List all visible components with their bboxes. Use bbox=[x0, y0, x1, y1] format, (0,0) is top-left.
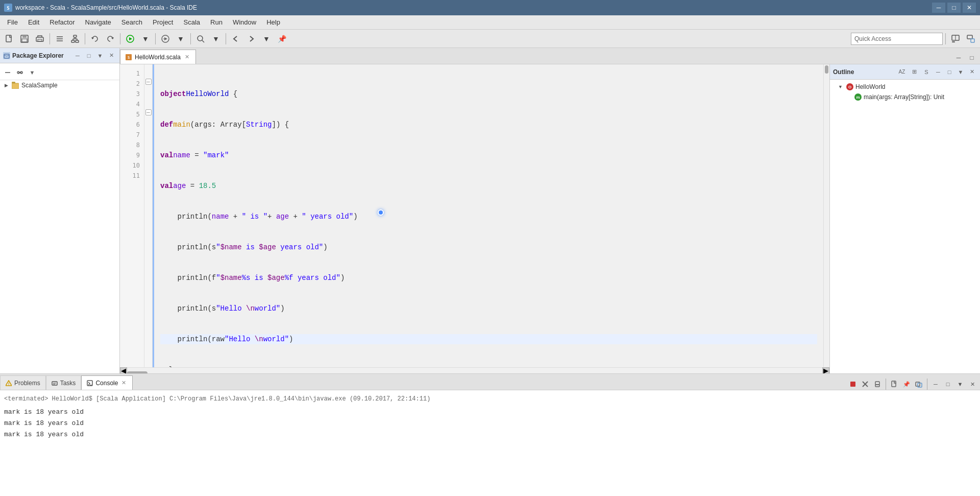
tab-console-close[interactable]: ✕ bbox=[120, 380, 127, 386]
right-panel: Outline AZ ⊞ S ─ □ ▼ ✕ ▼ bbox=[829, 64, 980, 373]
title-bar-left: S workspace - Scala - ScalaSample/src/He… bbox=[4, 4, 197, 12]
link-with-editor-btn[interactable] bbox=[14, 67, 26, 78]
code-line-5: println(name + " is "+ age + " years old… bbox=[160, 211, 817, 222]
panel-close-btn[interactable]: ✕ bbox=[106, 51, 116, 60]
outline-helloworld-label: HelloWorld bbox=[855, 83, 885, 90]
console-new-btn[interactable] bbox=[889, 379, 900, 390]
pin-button[interactable]: 📌 bbox=[275, 32, 289, 46]
nav-back-button[interactable] bbox=[229, 32, 243, 46]
separator-6 bbox=[226, 33, 226, 44]
object-icon: O bbox=[846, 83, 853, 90]
print-button[interactable] bbox=[33, 32, 47, 46]
method-icon: m bbox=[854, 93, 862, 101]
outline-item-main[interactable]: m main(args: Array[String]): Unit bbox=[830, 92, 980, 102]
separator-3 bbox=[120, 33, 120, 44]
console-menu-btn[interactable]: ▼ bbox=[954, 379, 966, 390]
line-num-5: 5 bbox=[120, 109, 144, 120]
maximize-button[interactable]: □ bbox=[947, 3, 961, 13]
console-scroll-lock-btn[interactable] bbox=[872, 379, 883, 390]
tab-list: S HelloWorld.scala ✕ bbox=[120, 50, 197, 64]
outline-main-label: main(args: Array[String]): Unit bbox=[864, 93, 944, 101]
tab-console[interactable]: Console ✕ bbox=[81, 375, 133, 390]
line-numbers: 1 2 3 4 5 6 7 8 9 10 11 bbox=[120, 64, 144, 367]
svg-rect-49 bbox=[875, 382, 879, 385]
panel-menu-btn[interactable]: ▼ bbox=[95, 51, 105, 60]
tab-close-btn[interactable]: ✕ bbox=[184, 54, 190, 60]
code-line-3: val name = "mark" bbox=[160, 150, 817, 160]
nav-forward-button[interactable] bbox=[244, 32, 258, 46]
save-button[interactable] bbox=[17, 32, 32, 46]
collapse-all-btn[interactable] bbox=[2, 67, 13, 78]
console-output-line-2: mark is 18 years old bbox=[4, 418, 976, 429]
panel-restore-btn[interactable]: □ bbox=[84, 51, 94, 60]
editor-maximize-btn[interactable]: □ bbox=[966, 52, 978, 64]
console-close-btn[interactable]: ✕ bbox=[967, 379, 978, 390]
console-maximize-btn[interactable]: □ bbox=[942, 379, 953, 390]
console-clear-btn[interactable] bbox=[860, 379, 871, 390]
new-button[interactable] bbox=[2, 32, 16, 46]
console-pin-btn[interactable]: 📌 bbox=[901, 379, 912, 390]
menu-refactor[interactable]: Refactor bbox=[44, 16, 80, 28]
outline-sort-btn[interactable]: AZ bbox=[896, 66, 908, 78]
debug-button[interactable] bbox=[158, 32, 173, 46]
quick-access-box[interactable]: Quick Access bbox=[851, 33, 943, 45]
window-title: workspace - Scala - ScalaSample/src/Hell… bbox=[15, 4, 197, 11]
left-panel: Package Explorer ─ □ ▼ ✕ ▼ ▶ bbox=[0, 48, 120, 373]
svg-rect-12 bbox=[71, 40, 75, 42]
nav-dropdown-button[interactable]: ▼ bbox=[259, 32, 274, 46]
menu-navigate[interactable]: Navigate bbox=[80, 16, 116, 28]
package-explorer-header: Package Explorer ─ □ ▼ ✕ bbox=[0, 48, 119, 63]
outline-hide-static-btn[interactable]: S bbox=[921, 66, 932, 78]
menu-run[interactable]: Run bbox=[205, 16, 228, 28]
editor-minimize-btn[interactable]: ─ bbox=[952, 52, 965, 64]
tab-tasks[interactable]: Tasks bbox=[46, 375, 82, 390]
code-line-6: println(s"$name is $age years old") bbox=[160, 242, 817, 252]
run-button[interactable] bbox=[123, 32, 137, 46]
run-dropdown-button[interactable]: ▼ bbox=[138, 32, 153, 46]
undo-button[interactable] bbox=[88, 32, 102, 46]
debug-dropdown-button[interactable]: ▼ bbox=[174, 32, 188, 46]
console-stop-btn[interactable] bbox=[847, 379, 859, 390]
bottom-tab-list: ! Problems Tasks Console ✕ bbox=[0, 375, 133, 390]
hierarchy-button[interactable] bbox=[68, 32, 82, 46]
outline-maximize-btn[interactable]: □ bbox=[944, 67, 954, 77]
open-perspective-button[interactable] bbox=[964, 32, 978, 46]
outline-item-helloworld[interactable]: ▼ O HelloWorld bbox=[830, 82, 980, 92]
editor-scrollbar-h[interactable]: ◀ ▶ bbox=[120, 367, 829, 373]
search-ref-button[interactable] bbox=[193, 32, 208, 46]
menu-help[interactable]: Help bbox=[261, 16, 285, 28]
outline-panel-controls: AZ ⊞ S ─ □ ▼ ✕ bbox=[896, 66, 977, 78]
search-dropdown-button[interactable]: ▼ bbox=[209, 32, 223, 46]
menu-edit[interactable]: Edit bbox=[23, 16, 44, 28]
outline-button[interactable] bbox=[53, 32, 67, 46]
panel-menu-btn2[interactable]: ▼ bbox=[27, 67, 38, 78]
code-line-2: def main(args: Array[String]) { bbox=[160, 120, 817, 130]
perspective-button[interactable] bbox=[948, 32, 963, 46]
redo-button[interactable] bbox=[103, 32, 117, 46]
console-view-btn[interactable] bbox=[913, 379, 924, 390]
outline-menu-btn[interactable]: ▼ bbox=[955, 67, 966, 77]
menu-file[interactable]: File bbox=[2, 16, 23, 28]
outline-close-btn[interactable]: ✕ bbox=[967, 67, 977, 77]
scala-file-icon: S bbox=[126, 54, 132, 60]
close-button[interactable]: ✕ bbox=[963, 3, 976, 13]
console-minimize-btn[interactable]: ─ bbox=[930, 379, 941, 390]
menu-project[interactable]: Project bbox=[148, 16, 178, 28]
editor-scrollbar-v[interactable] bbox=[823, 64, 829, 367]
minimize-button[interactable]: ─ bbox=[932, 3, 945, 13]
menu-window[interactable]: Window bbox=[228, 16, 261, 28]
tab-problems[interactable]: ! Problems bbox=[0, 375, 46, 390]
collapse-object-btn[interactable]: ─ bbox=[145, 79, 152, 85]
svg-rect-51 bbox=[892, 381, 896, 387]
outline-hide-fields-btn[interactable]: ⊞ bbox=[909, 66, 920, 78]
collapse-def-btn[interactable]: ─ bbox=[145, 109, 152, 115]
tree-item-scalasample[interactable]: ▶ ScalaSample bbox=[0, 80, 119, 90]
console-sep2 bbox=[927, 379, 927, 390]
menu-scala[interactable]: Scala bbox=[178, 16, 205, 28]
code-content[interactable]: object HelloWorld { def main(args: Array… bbox=[154, 64, 823, 367]
line-num-9: 9 bbox=[120, 150, 144, 160]
menu-search[interactable]: Search bbox=[116, 16, 148, 28]
panel-collapse-btn[interactable]: ─ bbox=[72, 51, 83, 60]
tab-helloworld[interactable]: S HelloWorld.scala ✕ bbox=[120, 50, 196, 64]
outline-collapse-btn[interactable]: ─ bbox=[933, 67, 943, 77]
